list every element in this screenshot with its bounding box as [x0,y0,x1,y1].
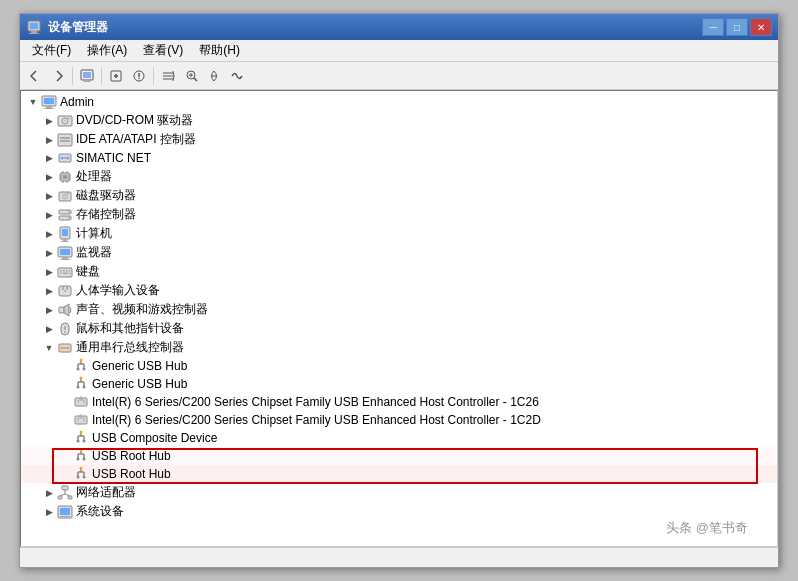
expand-usb-ctrl-icon[interactable]: ▼ [41,340,57,356]
tree-item-intel-1c2d[interactable]: Intel(R) 6 Series/C200 Series Chipset Fa… [21,411,777,429]
menu-view[interactable]: 查看(V) [135,40,191,61]
svg-rect-5 [83,72,91,78]
svg-rect-51 [62,257,68,259]
tree-item-system[interactable]: ▶ 系统设备 [21,502,777,521]
tree-item-usb-composite[interactable]: USB Composite Device [21,429,777,447]
maximize-button[interactable]: □ [726,18,748,36]
svg-point-78 [77,386,80,389]
tree-root[interactable]: ▼ Admin [21,93,777,111]
tree-item-dvd[interactable]: ▶ DVD/CD-ROM 驱动器 [21,111,777,130]
expand-storage-icon[interactable]: ▶ [41,207,57,223]
menu-help[interactable]: 帮助(H) [191,40,248,61]
expand-composite-icon [57,430,73,446]
expand-hid-icon[interactable]: ▶ [41,283,57,299]
intel-1c2d-label: Intel(R) 6 Series/C200 Series Chipset Fa… [92,413,541,427]
tree-item-mouse[interactable]: ▶ 鼠标和其他指针设备 [21,319,777,338]
svg-point-84 [83,440,86,443]
expand-monitor-icon[interactable]: ▶ [41,245,57,261]
tree-item-intel-1c26[interactable]: Intel(R) 6 Series/C200 Series Chipset Fa… [21,393,777,411]
tree-item-ide[interactable]: ▶ IDE ATA/ATAPI 控制器 [21,130,777,149]
tree-panel[interactable]: ▼ Admin ▶ [20,90,778,547]
toolbar-btn-9[interactable] [226,65,248,87]
svg-rect-20 [60,140,70,142]
window-icon [26,19,42,35]
toolbar-btn-7[interactable] [180,65,202,87]
svg-rect-19 [60,137,70,139]
tree-item-usb-ctrl[interactable]: ▼ 通用串行总线控制器 [21,338,777,357]
status-bar [20,547,778,567]
svg-point-79 [83,386,86,389]
sound-label: 声音、视频和游戏控制器 [76,301,208,318]
expand-root-1-icon [57,448,73,464]
tree-item-hid[interactable]: ▶ 人体学输入设备 [21,281,777,300]
svg-point-76 [83,368,86,371]
menu-file[interactable]: 文件(F) [24,40,79,61]
tree-item-keyboard[interactable]: ▶ 键盘 [21,262,777,281]
forward-button[interactable] [47,65,69,87]
svg-point-86 [77,458,80,461]
usb-root-2-label: USB Root Hub [92,467,171,481]
toolbar-btn-6[interactable] [157,65,179,87]
expand-mouse-icon[interactable]: ▶ [41,321,57,337]
minimize-button[interactable]: ─ [702,18,724,36]
svg-rect-52 [60,259,70,260]
tree-item-sound[interactable]: ▶ 声音、视频和游戏控制器 [21,300,777,319]
expand-dvd-icon[interactable]: ▶ [41,113,57,129]
svg-point-44 [68,217,70,219]
computer-icon [41,94,57,110]
svg-rect-54 [60,270,62,272]
tree-item-generic-usb-1[interactable]: Generic USB Hub [21,357,777,375]
toolbar-btn-4[interactable] [105,65,127,87]
tree-item-simatic[interactable]: ▶ SIMATIC NET [21,149,777,167]
device-manager-window: 设备管理器 ─ □ ✕ 文件(F) 操作(A) 查看(V) 帮助(H) [19,13,779,568]
network-label: 网络适配器 [76,484,136,501]
svg-point-69 [64,331,66,333]
disk-label: 磁盘驱动器 [76,187,136,204]
usb-ctrl-icon [57,340,73,356]
expand-simatic-icon[interactable]: ▶ [41,150,57,166]
disk-icon [57,188,73,204]
system-label: 系统设备 [76,503,124,520]
close-button[interactable]: ✕ [750,18,772,36]
tree-item-generic-usb-2[interactable]: Generic USB Hub [21,375,777,393]
tree-item-disk[interactable]: ▶ 磁盘驱动器 [21,186,777,205]
svg-rect-48 [61,241,69,242]
svg-point-88 [80,467,83,470]
tree-item-usb-root-2[interactable]: USB Root Hub [21,465,777,483]
tree-item-monitor[interactable]: ▶ 监视器 [21,243,777,262]
toolbar-btn-8[interactable] [203,65,225,87]
tree-item-storage[interactable]: ▶ 存储控制器 [21,205,777,224]
back-button[interactable] [24,65,46,87]
expand-icon[interactable]: ▼ [25,94,41,110]
tree-item-usb-root-1[interactable]: USB Root Hub [21,447,777,465]
svg-rect-56 [66,270,68,272]
toolbar-btn-5[interactable] [128,65,150,87]
expand-pc-icon[interactable]: ▶ [41,226,57,242]
expand-system-icon[interactable]: ▶ [41,504,57,520]
generic-usb-1-label: Generic USB Hub [92,359,187,373]
svg-rect-63 [66,286,68,290]
tree-item-network[interactable]: ▶ 网络适配器 [21,483,777,502]
expand-disk-icon[interactable]: ▶ [41,188,57,204]
expand-cpu-icon[interactable]: ▶ [41,169,57,185]
ide-label: IDE ATA/ATAPI 控制器 [76,131,196,148]
tree-item-pc[interactable]: ▶ 计算机 [21,224,777,243]
expand-keyboard-icon[interactable]: ▶ [41,264,57,280]
menu-action[interactable]: 操作(A) [79,40,135,61]
svg-point-90 [83,476,86,479]
intel-1c26-label: Intel(R) 6 Series/C200 Series Chipset Fa… [92,395,539,409]
svg-point-83 [77,440,80,443]
svg-rect-46 [62,229,68,236]
expand-sound-icon[interactable]: ▶ [41,302,57,318]
svg-point-23 [67,157,70,160]
svg-rect-91 [62,486,68,490]
expand-ide-icon[interactable]: ▶ [41,132,57,148]
svg-rect-3 [29,33,39,34]
tree-item-cpu[interactable]: ▶ [21,167,777,186]
svg-rect-92 [58,496,62,499]
toolbar-btn-3[interactable] [76,65,98,87]
expand-network-icon[interactable]: ▶ [41,485,57,501]
svg-rect-55 [63,270,65,272]
sound-icon [57,302,73,318]
menu-bar: 文件(F) 操作(A) 查看(V) 帮助(H) [20,40,778,62]
